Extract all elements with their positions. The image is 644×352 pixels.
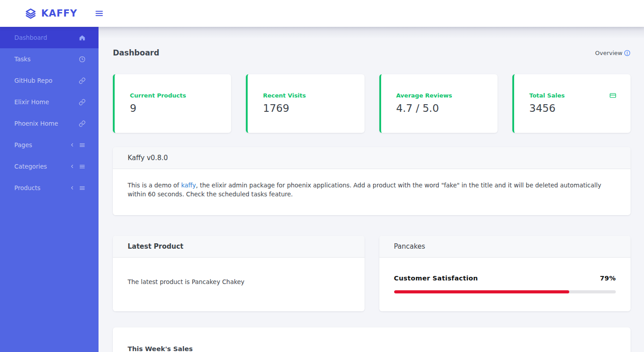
card-title: Pancakes <box>379 236 631 258</box>
satisfaction-value: 79% <box>600 274 616 284</box>
sidebar: Dashboard Tasks GitHub Repo Elixir Home <box>0 27 99 352</box>
stat-card-total-sales: Total Sales 3456 <box>512 74 631 133</box>
sidebar-item-label: Elixir Home <box>14 98 49 106</box>
card-title: Kaffy v0.8.0 <box>113 147 631 169</box>
chevron-left-icon <box>69 164 75 169</box>
chevron-left-icon <box>69 142 75 148</box>
sidebar-toggle-button[interactable] <box>95 10 103 17</box>
brand-title: KAFFY <box>41 8 77 19</box>
menu-icon <box>79 163 86 170</box>
sidebar-item-label: GitHub Repo <box>14 77 52 84</box>
page-title: Dashboard <box>113 48 159 57</box>
card-title: Latest Product <box>113 236 365 258</box>
menu-icon <box>79 142 86 148</box>
pancakes-card: Pancakes Customer Satisfaction 79% <box>379 236 631 311</box>
latest-product-text: The latest product is Pancakey Chakey <box>113 258 365 311</box>
info-circle-icon[interactable] <box>624 50 631 56</box>
overview-label: Overview <box>595 50 623 56</box>
menu-icon <box>79 185 86 191</box>
brand[interactable]: KAFFY <box>25 8 77 20</box>
sidebar-item-label: Products <box>14 184 40 191</box>
link-icon <box>79 77 86 84</box>
sidebar-item-label: Pages <box>14 141 32 148</box>
satisfaction-progress-track <box>394 290 616 293</box>
main-content: Dashboard Overview Current Products 9 Re… <box>99 27 644 352</box>
sidebar-item-elixir-home[interactable]: Elixir Home <box>0 91 99 113</box>
hamburger-icon <box>95 10 103 17</box>
satisfaction-label: Customer Satisfaction <box>394 274 478 284</box>
sidebar-item-phoenix-home[interactable]: Phoenix Home <box>0 113 99 134</box>
kaffy-version-card: Kaffy v0.8.0 This is a demo of kaffy, th… <box>113 147 631 215</box>
stat-card-average-reviews: Average Reviews 4.7 / 5.0 <box>379 74 498 133</box>
stat-value: 3456 <box>529 102 619 114</box>
card-title: This Week's Sales <box>113 327 631 352</box>
clock-icon <box>79 56 86 63</box>
stat-cards-row: Current Products 9 Recent Visits 1769 Av… <box>113 74 631 133</box>
latest-product-card: Latest Product The latest product is Pan… <box>113 236 365 311</box>
sidebar-item-tasks[interactable]: Tasks <box>0 48 99 70</box>
stat-value: 4.7 / 5.0 <box>396 102 486 114</box>
demo-text-before: This is a demo of <box>128 182 181 189</box>
home-icon <box>79 34 86 41</box>
demo-text-after: , the elixir admin package for phoenix a… <box>128 182 601 198</box>
sidebar-item-label: Categories <box>14 163 47 170</box>
kaffy-link[interactable]: kaffy <box>181 182 196 189</box>
stat-value: 1769 <box>263 102 352 114</box>
sidebar-item-pages[interactable]: Pages <box>0 134 99 156</box>
topbar: KAFFY <box>0 0 644 27</box>
kaffy-demo-text: This is a demo of kaffy, the elixir admi… <box>113 169 631 215</box>
chevron-left-icon <box>69 185 75 191</box>
satisfaction-progress-fill <box>394 290 569 293</box>
sidebar-item-categories[interactable]: Categories <box>0 156 99 177</box>
sidebar-item-label: Phoenix Home <box>14 120 58 127</box>
stat-card-current-products: Current Products 9 <box>113 74 231 133</box>
overview-link[interactable]: Overview <box>595 50 631 56</box>
layers-icon <box>25 8 37 20</box>
sidebar-item-label: Dashboard <box>14 34 47 41</box>
stat-title: Average Reviews <box>396 92 486 99</box>
weekly-sales-card: This Week's Sales <box>113 327 631 352</box>
sidebar-item-label: Tasks <box>14 55 30 63</box>
link-icon <box>79 99 86 106</box>
stat-title: Current Products <box>130 92 219 99</box>
sidebar-item-dashboard[interactable]: Dashboard <box>0 27 99 48</box>
link-icon <box>79 120 86 127</box>
stat-title: Total Sales <box>529 92 619 99</box>
sidebar-item-products[interactable]: Products <box>0 177 99 199</box>
credit-card-icon <box>610 92 616 101</box>
sidebar-item-github-repo[interactable]: GitHub Repo <box>0 70 99 91</box>
stat-title: Recent Visits <box>263 92 352 99</box>
stat-card-recent-visits: Recent Visits 1769 <box>246 74 364 133</box>
stat-value: 9 <box>130 102 219 114</box>
